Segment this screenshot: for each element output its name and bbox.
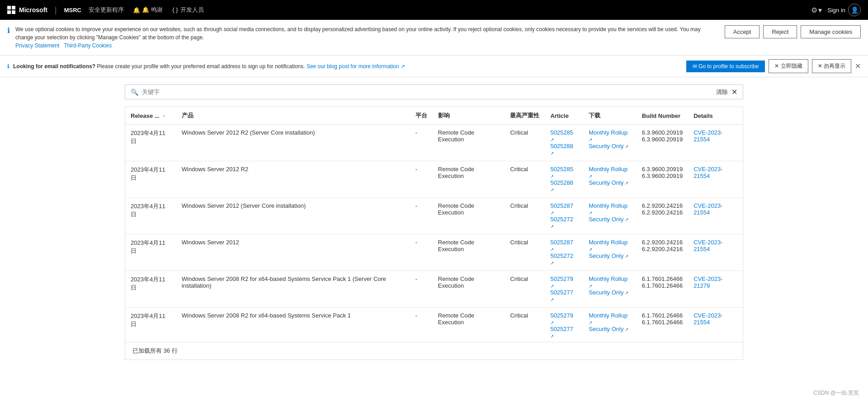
cell-article: 5025285 5025288 [545,125,583,161]
download2-link[interactable]: Security Only [589,216,628,223]
cell-severity: Critical [505,125,545,161]
cell-download: Monthly Rollup Security Only [583,161,637,198]
cell-download: Monthly Rollup Security Only [583,125,637,161]
signin-button[interactable]: Sign in 👤 [827,4,861,16]
search-close-button[interactable]: ✕ [731,88,737,96]
cell-build: 6.3.9600.20919 6.3.9600.20919 [637,125,688,161]
article1-link[interactable]: 5025285 [550,129,573,143]
cell-product: Windows Server 2012 R2 [176,161,410,198]
article2-link[interactable]: 5025288 [550,143,573,156]
table-row: 2023年4月11日 Windows Server 2012 - Remote … [125,234,743,271]
download1-link[interactable]: Monthly Rollup [589,202,627,216]
download2-link[interactable]: Security Only [589,252,628,259]
user-avatar: 👤 [848,4,861,16]
cell-release: 2023年4月11日 [125,161,176,198]
subscribe-button[interactable]: ✉ Go to profile to subscribe [686,61,765,72]
privacy-link[interactable]: Privacy Statement [15,42,59,49]
user-icon: 👤 [851,6,859,14]
article2-link[interactable]: 5025272 [550,216,573,229]
cell-platform: - [410,271,433,308]
cell-severity: Critical [505,161,545,198]
notif-close-icon[interactable]: ✕ [855,62,861,70]
code-icon: {} [172,7,179,14]
col-product: 产品 [176,107,410,125]
notif-blog-link[interactable]: See our blog post for more information ↗ [307,63,405,70]
article1-link[interactable]: 5025279 [550,312,573,326]
cell-severity: Critical [505,198,545,234]
right-nav: ⚙ ▾ Sign in 👤 [811,4,861,16]
bell-icon: 🔔 [133,7,140,14]
third-party-link[interactable]: Third-Party Cookies [64,42,112,49]
cell-details: CVE-2023-21554 [688,161,743,198]
article1-link[interactable]: 5025279 [550,275,573,289]
cell-platform: - [410,308,433,342]
accept-button[interactable]: Accept [725,25,760,38]
table-row: 2023年4月11日 Windows Server 2012 R2 - Remo… [125,161,743,198]
download2-link[interactable]: Security Only [589,289,628,296]
download2-link[interactable]: Security Only [589,143,628,149]
cell-platform: - [410,161,433,198]
details-link[interactable]: CVE-2023-21554 [693,166,722,179]
cell-platform: - [410,125,433,161]
clear-button[interactable]: 清除 [716,88,728,96]
no-show-button[interactable]: ✕ 勿再显示 [812,59,851,73]
col-release-label: Release ... [131,112,160,119]
download1-link[interactable]: Monthly Rollup [589,312,627,326]
cell-severity: Critical [505,308,545,342]
cell-details: CVE-2023-21554 [688,198,743,234]
search-input[interactable] [142,89,712,95]
cell-details: CVE-2023-21279 [688,271,743,308]
cell-article: 5025279 5025277 [545,308,583,342]
article2-link[interactable]: 5025272 [550,252,573,266]
download1-link[interactable]: Monthly Rollup [589,275,627,289]
cell-platform: - [410,234,433,271]
nav-link-security[interactable]: 安全更新程序 [89,6,124,14]
table-scroll-container[interactable]: Release ... ↑ 产品 平台 影响 最高严重性 Article 下载 … [125,107,743,342]
download1-link[interactable]: Monthly Rollup [589,166,627,179]
search-icon: 🔍 [131,89,138,96]
notif-text: Looking for email notifications? Please … [13,63,683,70]
cell-build: 6.2.9200.24216 6.2.9200.24216 [637,198,688,234]
article1-link[interactable]: 5025287 [550,202,573,216]
cell-release: 2023年4月11日 [125,125,176,161]
details-link[interactable]: CVE-2023-21554 [693,312,722,326]
table-row: 2023年4月11日 Windows Server 2008 R2 for x6… [125,308,743,342]
article2-link[interactable]: 5025277 [550,326,573,339]
download1-link[interactable]: Monthly Rollup [589,239,627,252]
cookie-info-icon: ℹ [7,26,10,35]
article1-link[interactable]: 5025287 [550,239,573,252]
article1-link[interactable]: 5025285 [550,166,573,179]
hide-now-button[interactable]: ✕ 立即隐藏 [769,59,808,73]
data-table-wrapper: Release ... ↑ 产品 平台 影响 最高严重性 Article 下载 … [125,107,743,360]
brand-label: Microsoft [19,6,47,14]
download2-link[interactable]: Security Only [589,179,628,186]
download1-link[interactable]: Monthly Rollup [589,129,627,143]
details-link[interactable]: CVE-2023-21554 [693,202,722,216]
manage-cookies-button[interactable]: Manage cookies [801,25,861,38]
cell-platform: - [410,198,433,234]
settings-button[interactable]: ⚙ ▾ [811,6,822,14]
cookie-message: We use optional cookies to improve your … [15,26,701,41]
cell-download: Monthly Rollup Security Only [583,271,637,308]
nav-link-dev[interactable]: {} 开发人员 [172,6,204,14]
download2-link[interactable]: Security Only [589,326,628,332]
col-release[interactable]: Release ... ↑ [125,107,176,125]
table-row: 2023年4月11日 Windows Server 2012 (Server C… [125,198,743,234]
cell-product: Windows Server 2012 R2 (Server Core inst… [176,125,410,161]
nav-link-thanks[interactable]: 🔔 🔔 鸣谢 [133,6,163,14]
details-link[interactable]: CVE-2023-21554 [693,239,722,252]
col-details: Details [688,107,743,125]
cell-build: 6.1.7601.26466 6.1.7601.26466 [637,271,688,308]
cell-build: 6.2.9200.24216 6.2.9200.24216 [637,234,688,271]
details-link[interactable]: CVE-2023-21554 [693,129,722,143]
cookie-actions: Accept Reject Manage cookies [725,25,861,38]
article2-link[interactable]: 5025277 [550,289,573,303]
cell-product: Windows Server 2012 [176,234,410,271]
sort-icon: ↑ [163,114,165,119]
details-link[interactable]: CVE-2023-21279 [693,275,722,289]
cell-release: 2023年4月11日 [125,271,176,308]
gear-chevron: ▾ [818,6,822,14]
reject-button[interactable]: Reject [763,25,797,38]
article2-link[interactable]: 5025288 [550,179,573,193]
cell-impact: Remote Code Execution [433,198,505,234]
